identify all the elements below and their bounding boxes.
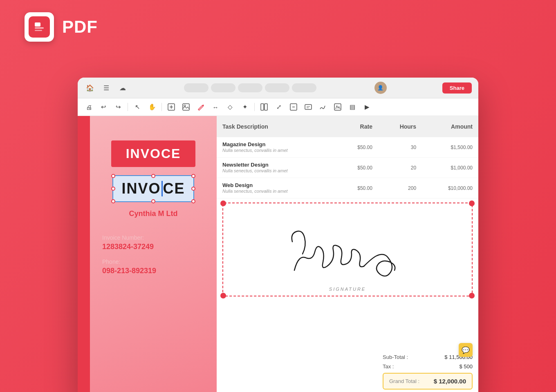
subtotal-label: Sub-Total : (383, 354, 408, 360)
handle-bm[interactable] (151, 199, 155, 203)
handle-mr[interactable] (191, 187, 195, 191)
handle-tr[interactable] (191, 174, 195, 178)
add-text-icon[interactable] (166, 102, 177, 112)
toolbar-divider-3 (254, 103, 255, 111)
company-name: Cynthia M Ltd (129, 209, 178, 218)
browser-window: 🏠 ☰ ☁ 👤 Share 🖨 ↩ ↪ ↖ ✋ (78, 78, 478, 392)
browser-chrome: 🏠 ☰ ☁ 👤 Share (78, 78, 478, 98)
cloud-icon[interactable]: ☁ (117, 82, 128, 94)
nav-pill-2 (211, 83, 235, 92)
hand-icon[interactable]: ✋ (147, 102, 157, 112)
nav-pill-4 (265, 83, 289, 92)
col-header-description: Task Description (217, 116, 337, 137)
invoice-banner: INVOCE (111, 140, 196, 167)
more-icon[interactable]: ▤ (347, 102, 358, 112)
redo-icon[interactable]: ↪ (113, 102, 123, 112)
comment-bubble[interactable]: 💬 (459, 343, 473, 357)
svg-rect-2 (35, 30, 42, 31)
editing-text[interactable]: INVO CE (121, 180, 185, 197)
shape-icon[interactable]: ↔ (210, 102, 221, 112)
handle-br[interactable] (191, 199, 195, 203)
undo-icon[interactable]: ↩ (98, 102, 109, 112)
invoice-number-value: 1283824-37249 (102, 243, 204, 251)
task-cell-2: Web Design Nulla senectus, convallis in … (217, 178, 337, 198)
pdf-left-panel: INVOCE INVO CE (78, 116, 217, 392)
svg-rect-12 (305, 105, 312, 109)
signature-label: SIGNATURE (329, 287, 366, 292)
text-before-cursor: INVO (121, 180, 161, 197)
svg-rect-6 (183, 104, 189, 110)
task-name-2: Web Design (222, 182, 331, 188)
amount-cell-2: $10,000.00 (422, 178, 478, 198)
svg-rect-0 (35, 22, 40, 27)
hours-cell-0: 30 (378, 137, 422, 158)
form-icon[interactable] (303, 102, 314, 112)
top-bar: PDF (0, 0, 556, 54)
tax-label: Tax : (383, 363, 394, 370)
svg-rect-1 (35, 27, 44, 29)
eraser-icon[interactable]: ◇ (225, 102, 235, 112)
phone-label: Phone: (102, 258, 204, 265)
next-icon[interactable]: ▶ (362, 102, 372, 112)
invoice-number-label: Invoice Number: (102, 234, 204, 241)
grand-total-box: Grand Total : $ 12,000.00 (383, 373, 473, 390)
nav-pills (184, 83, 316, 92)
task-desc-1: Nulla senectus, convallis in amet (222, 168, 288, 173)
toolbar-divider-1 (128, 103, 128, 111)
nav-pill-3 (238, 83, 262, 92)
text-edit-box[interactable]: INVO CE (112, 175, 194, 202)
left-accent (78, 116, 90, 392)
pdf-content: INVOCE INVO CE (78, 116, 478, 392)
text-after-cursor: CE (163, 180, 185, 197)
rate-cell-0: $50.00 (337, 137, 378, 158)
avatar[interactable]: 👤 (374, 82, 387, 94)
star-icon[interactable]: ✦ (240, 102, 250, 112)
watermark-icon[interactable] (332, 102, 343, 112)
handle-ml[interactable] (111, 187, 115, 191)
home-icon[interactable]: 🏠 (84, 82, 96, 94)
nav-pill-5 (292, 83, 316, 92)
expand-icon[interactable]: ⤢ (274, 102, 284, 112)
svg-rect-9 (265, 104, 267, 110)
signature-tool-icon[interactable] (318, 102, 328, 112)
handle-bl[interactable] (111, 199, 115, 203)
grand-total-label: Grand Total : (389, 378, 419, 384)
phone-value: 098-213-892319 (102, 267, 204, 275)
text-cursor (161, 181, 163, 196)
table-row: Web Design Nulla senectus, convallis in … (217, 178, 478, 198)
toolbar: 🖨 ↩ ↪ ↖ ✋ (78, 98, 478, 116)
sig-handle-br[interactable] (469, 293, 475, 298)
tax-value: $ 500 (459, 363, 473, 370)
col-header-rate: Rate (337, 116, 378, 137)
grand-total-value: $ 12,000.00 (434, 378, 466, 385)
signature-svg (286, 221, 409, 287)
handle-tm[interactable] (151, 174, 155, 178)
rate-cell-2: $50.00 (337, 178, 378, 198)
sig-handle-tl[interactable] (220, 200, 226, 206)
split-icon[interactable] (259, 102, 269, 112)
select-icon[interactable]: ↖ (132, 102, 143, 112)
task-cell-0: Magazine Design Nulla senectus, convalli… (217, 137, 337, 158)
image-icon[interactable] (181, 102, 191, 112)
draw-icon[interactable] (195, 102, 206, 112)
totals-section: Sub-Total : $ 11,500.00 Tax : $ 500 💬 Gr… (383, 354, 473, 390)
share-button[interactable]: Share (442, 82, 472, 94)
rate-cell-1: $50.00 (337, 158, 378, 178)
tax-row: Tax : $ 500 💬 (383, 363, 473, 370)
logo-box (25, 12, 54, 42)
nav-pill-1 (184, 83, 208, 92)
toolbar-divider-2 (161, 103, 162, 111)
print-icon[interactable]: 🖨 (83, 102, 94, 112)
signature-area[interactable]: SIGNATURE (222, 203, 473, 296)
pdf-right-panel: Task Description Rate Hours Amount Magaz… (217, 116, 478, 392)
table-row: Newsletter Design Nulla senectus, conval… (217, 158, 478, 178)
app-title: PDF (62, 17, 98, 37)
amount-cell-0: $1,500.00 (422, 137, 478, 158)
task-name-0: Magazine Design (222, 141, 331, 147)
background: PDF 🏠 ☰ ☁ 👤 Share 🖨 ↩ ↪ ↖ ✋ (0, 0, 556, 392)
sig-handle-tr[interactable] (469, 200, 475, 206)
menu-icon[interactable]: ☰ (101, 82, 112, 94)
compress-icon[interactable] (288, 102, 299, 112)
sig-handle-bl[interactable] (220, 293, 226, 298)
handle-tl[interactable] (111, 174, 115, 178)
